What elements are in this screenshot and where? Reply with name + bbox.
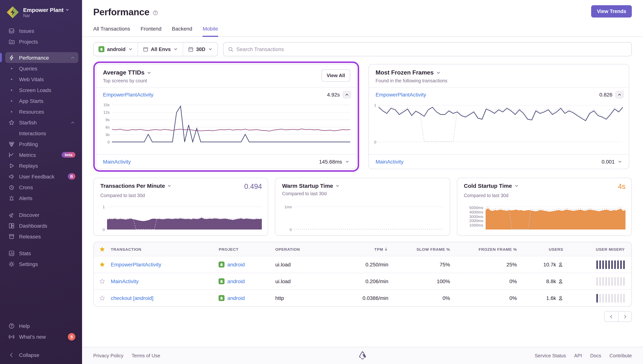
project-link[interactable]: android [227,262,245,268]
chevron-down-icon[interactable] [436,70,441,75]
sidebar-item-replays[interactable]: Replays [5,160,78,171]
y-tick-label: 0 [107,140,110,144]
star-outline-icon [99,278,105,284]
project-link[interactable]: android [227,295,245,301]
column-header-tpm[interactable]: TPM [374,247,388,251]
sidebar-item-interactions[interactable]: Interactions [5,128,78,138]
collapse-row-button[interactable] [343,91,351,98]
transaction-link[interactable]: checkout [android] [111,295,219,301]
column-header-operation[interactable]: OPERATION [275,247,327,251]
tab-frontend[interactable]: Frontend [141,26,161,37]
users-cell: 10.7k [543,262,563,268]
sidebar-item-user-feedback[interactable]: User FeedbackB [5,171,78,182]
sidebar-item-collapse[interactable]: Collapse [5,350,78,360]
star-filled-toggle[interactable] [94,262,111,268]
sidebar-item-dashboards[interactable]: Dashboards [5,220,78,231]
sidebar-item-app-starts[interactable]: App Starts [5,96,78,106]
transaction-link[interactable]: MainActivity [376,159,403,165]
expand-row-button[interactable] [345,160,350,164]
search-transactions[interactable] [223,42,632,56]
tab-mobile[interactable]: Mobile [203,26,218,37]
bullet-icon [8,68,15,69]
project-filter[interactable]: android [94,42,137,56]
project-link[interactable]: android [227,278,245,284]
footer-link-terms-of-use[interactable]: Terms of Use [132,353,160,358]
sidebar-item-issues[interactable]: Issues [5,25,78,36]
widget-subtitle: Compared to last 30d [464,193,625,198]
column-header-transaction[interactable]: TRANSACTION [111,247,219,251]
y-tick-label: 1 [374,103,376,108]
widget-title-text: Transactions Per Minute [100,182,165,189]
column-header-project[interactable]: PROJECT [219,247,275,251]
expand-row-button[interactable] [618,160,623,164]
sidebar-item-performance[interactable]: Performance [5,52,78,63]
transaction-link[interactable]: EmpowerPlantActivity [103,92,153,98]
misery-bar [611,277,613,286]
transaction-link[interactable]: EmpowerPlantActivity [111,262,219,268]
column-header-users[interactable]: USERS [549,247,563,251]
widget-subtitle: Compared to last 30d [100,193,262,198]
sidebar-item-label: Projects [19,38,38,44]
sidebar-item-queries[interactable]: Queries [5,63,78,74]
column-header-frozen-frame[interactable]: FROZEN FRAME % [479,247,517,251]
search-input[interactable] [236,46,627,52]
sidebar-item-web-vitals[interactable]: Web Vitals [5,74,78,84]
star-column-header[interactable] [94,246,111,252]
widget-title-text: Most Frozen Frames [376,69,434,76]
tpm-widget: Transactions Per Minute0.494Compared to … [93,178,268,236]
transaction-link[interactable]: MainActivity [103,159,131,165]
footer-link-contribute[interactable]: Contribute [609,353,632,358]
sidebar-item-label: Issues [19,28,34,34]
sidebar-item-projects[interactable]: Projects [5,36,78,47]
tab-all-transactions[interactable]: All Transactions [93,26,130,37]
footer-link-service-status[interactable]: Service Status [535,353,566,358]
sidebar-item-releases[interactable]: Releases [5,231,78,242]
footer-link-privacy-policy[interactable]: Privacy Policy [93,353,123,358]
previous-page-button[interactable] [604,312,618,322]
star-outline-toggle[interactable] [94,278,111,284]
sidebar-item-help[interactable]: Help [5,320,78,331]
view-all-button[interactable]: View All [322,69,350,82]
column-header-slow-frame[interactable]: SLOW FRAME % [417,247,450,251]
column-header-user-misery[interactable]: USER MISERY [596,247,625,251]
sidebar-item-whats-new[interactable]: What's new5 [5,331,78,342]
sidebar-item-discover[interactable]: Discover [5,210,78,220]
tab-backend[interactable]: Backend [172,26,192,37]
sidebar-item-screen-loads[interactable]: Screen Loads [5,84,78,96]
sidebar-item-metrics[interactable]: Metricsbeta [5,150,78,160]
transaction-value: 0.826 [599,92,612,98]
collapse-row-button[interactable] [615,91,623,98]
next-page-button[interactable] [618,312,631,322]
gear-icon [8,261,15,267]
transaction-link[interactable]: EmpowerPlantActivity [376,92,426,98]
sidebar-item-settings[interactable]: Settings [5,258,78,269]
star-filled-icon [99,262,105,268]
sidebar-item-profiling[interactable]: Profiling [5,138,78,150]
sidebar-item-crons[interactable]: Crons [5,182,78,192]
sidebar-item-label: Resources [19,108,44,114]
sidebar-item-resources[interactable]: Resources [5,106,78,117]
widget-row-top: Average TTIDsTop screens by countView Al… [93,62,632,172]
sidebar-item-stats[interactable]: Stats [5,248,78,258]
misery-bar [623,277,625,286]
footer-link-docs[interactable]: Docs [590,353,601,358]
date-range-filter[interactable]: 30D [183,42,217,56]
org-switcher[interactable]: Empower Plant Nar [0,0,82,24]
view-trends-button[interactable]: View Trends [591,5,632,18]
chevron-down-icon[interactable] [147,70,152,75]
sidebar-item-starfish[interactable]: Starfish [5,117,78,128]
footer-link-api[interactable]: API [574,353,582,358]
releases-icon [8,234,15,240]
chart-plot [379,100,623,144]
star-outline-toggle[interactable] [94,295,111,301]
misery-bar [608,294,610,302]
chevron-down-icon[interactable] [514,184,519,188]
chevron-down-icon[interactable] [167,184,172,188]
operation-cell: ui.load [275,262,327,268]
sidebar-item-alerts[interactable]: Alerts [5,192,78,204]
environment-filter[interactable]: All Envs [137,42,183,56]
transaction-link[interactable]: MainActivity [111,278,219,284]
help-circle-icon[interactable] [152,10,158,16]
widget-title: Cold Startup Time [464,182,519,189]
chevron-down-icon[interactable] [335,184,340,188]
